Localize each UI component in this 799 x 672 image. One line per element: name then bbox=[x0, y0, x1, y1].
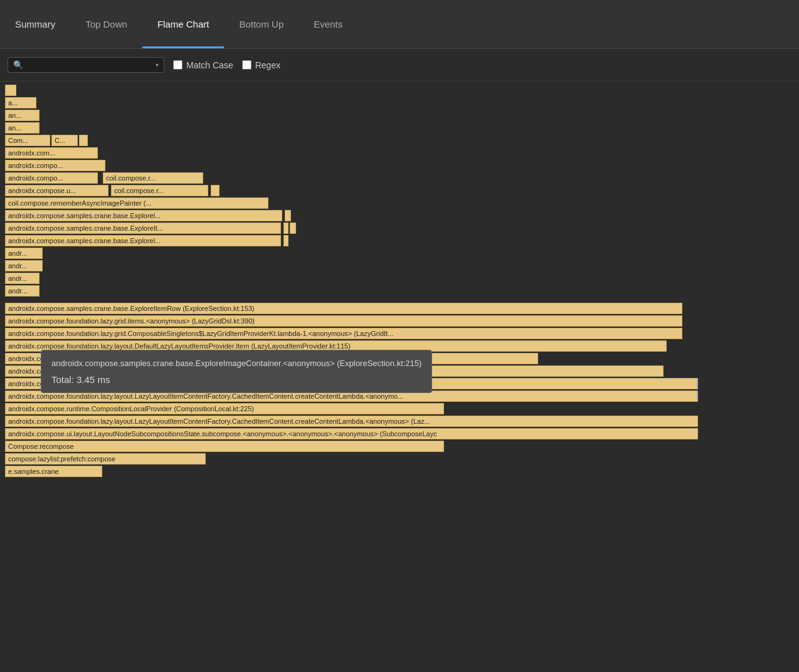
flame-row: androidx.compose.foundation.lazy.layout.… bbox=[5, 415, 799, 428]
flame-row: androidx.compo... coil.compose.r... bbox=[5, 172, 799, 184]
flame-bar[interactable]: androidx.compose.samples.crane.base.Expl… bbox=[5, 303, 682, 314]
flame-row: an... bbox=[5, 122, 799, 134]
flame-row: androidx.compose.foundation.lazy.grid.Co… bbox=[5, 327, 799, 340]
flame-bar[interactable]: androidx.compose.foundation.lazy.grid.Co… bbox=[5, 328, 682, 339]
flame-bar[interactable]: androidx.compose.foundation.lazy.layout.… bbox=[5, 391, 698, 402]
flame-bar[interactable]: androidx.compose.foundation.lazy.grid.it… bbox=[5, 315, 682, 327]
flame-row: androidx.compose.samples.crane.base.Expl… bbox=[5, 222, 799, 234]
flame-bar[interactable]: androidx.compose.runtime.CompositionLoca… bbox=[5, 403, 444, 414]
flame-bar[interactable]: e.samples.crane bbox=[5, 466, 102, 477]
flame-row: andr... bbox=[5, 260, 799, 272]
flame-row: andr... bbox=[5, 285, 799, 297]
flame-bar[interactable] bbox=[285, 210, 291, 221]
flame-bar[interactable]: androidx.compose.foundation.lazy.grid.re… bbox=[5, 378, 698, 389]
flame-row: androidx.compose.foundation.lazy.layout.… bbox=[5, 365, 799, 377]
flame-row: androidx.compose.foundation.lazy.grid.La… bbox=[5, 352, 799, 365]
regex-checkbox[interactable] bbox=[242, 60, 251, 70]
flame-bar[interactable]: androidx.compose.foundation.lazy.layout.… bbox=[5, 365, 664, 377]
flame-row: androidx.compo... bbox=[5, 159, 799, 172]
flame-row: compose:lazylist:prefetch:compose bbox=[5, 453, 799, 465]
match-case-label[interactable]: Match Case bbox=[173, 60, 233, 70]
flame-bar[interactable]: coil.compose.r... bbox=[103, 172, 203, 184]
flame-row: androidx.compose.samples.crane.base.Expl… bbox=[5, 302, 799, 315]
flame-bar[interactable]: androidx.compose.ui.layout.LayoutNodeSub… bbox=[5, 428, 698, 439]
flame-bar[interactable]: androidx.compo... bbox=[5, 172, 98, 184]
flame-bar[interactable]: androidx.compose.u... bbox=[5, 185, 108, 196]
flame-bar[interactable]: a... bbox=[5, 97, 36, 108]
flame-row: andr... bbox=[5, 272, 799, 285]
flame-bar[interactable]: an... bbox=[5, 110, 40, 121]
flame-chart-area[interactable]: a... an... an... Com... C... androidx.co… bbox=[0, 81, 799, 672]
flame-bar[interactable] bbox=[5, 85, 16, 96]
flame-row: andr... bbox=[5, 247, 799, 260]
tab-events[interactable]: Events bbox=[299, 0, 357, 48]
regex-label[interactable]: Regex bbox=[242, 60, 280, 70]
flame-row: androidx.compose.u... coil.compose.r... bbox=[5, 184, 799, 197]
flame-bar[interactable]: andr... bbox=[5, 260, 43, 271]
flame-row: an... bbox=[5, 109, 799, 122]
search-dropdown-icon: ▾ bbox=[156, 61, 159, 68]
flame-bar[interactable]: androidx.compose.samples.crane.base.Expl… bbox=[5, 210, 282, 221]
flame-bar[interactable]: compose:lazylist:prefetch:compose bbox=[5, 453, 206, 465]
flame-bar[interactable]: Com... bbox=[5, 135, 50, 146]
search-icon: 🔍 bbox=[13, 60, 23, 70]
tab-top-down[interactable]: Top Down bbox=[70, 0, 142, 48]
flame-bar[interactable]: Compose:recompose bbox=[5, 441, 444, 452]
flame-row: e.samples.crane bbox=[5, 465, 799, 478]
flame-bar[interactable]: andr... bbox=[5, 248, 43, 259]
match-case-checkbox[interactable] bbox=[173, 60, 183, 70]
tab-summary[interactable]: Summary bbox=[0, 0, 70, 48]
search-bar: 🔍 ▾ Match Case Regex bbox=[0, 49, 799, 81]
tab-bar: Summary Top Down Flame Chart Bottom Up E… bbox=[0, 0, 799, 49]
flame-row bbox=[5, 84, 799, 97]
flame-row: androidx.com... bbox=[5, 147, 799, 159]
flame-bar[interactable]: androidx.compo... bbox=[5, 160, 105, 171]
flame-bar[interactable]: C... bbox=[51, 135, 78, 146]
flame-bar[interactable]: androidx.compose.foundation.lazy.layout.… bbox=[5, 340, 667, 352]
flame-row: androidx.compose.foundation.lazy.grid.re… bbox=[5, 377, 799, 390]
flame-bar[interactable]: androidx.compose.foundation.lazy.layout.… bbox=[5, 416, 698, 427]
flame-bar[interactable] bbox=[79, 135, 88, 146]
flame-row: Compose:recompose bbox=[5, 440, 799, 453]
flame-row: coil.compose.rememberAsyncImagePainter (… bbox=[5, 197, 799, 209]
flame-container: a... an... an... Com... C... androidx.co… bbox=[0, 81, 799, 480]
flame-bar[interactable]: androidx.com... bbox=[5, 147, 98, 159]
flame-row: androidx.compose.samples.crane.base.Expl… bbox=[5, 209, 799, 222]
flame-bar[interactable]: andr... bbox=[5, 273, 40, 284]
flame-row: androidx.compose.samples.crane.base.Expl… bbox=[5, 234, 799, 247]
flame-row: androidx.compose.foundation.lazy.grid.it… bbox=[5, 315, 799, 327]
flame-bar[interactable]: androidx.compose.foundation.lazy.grid.La… bbox=[5, 353, 538, 364]
flame-bar[interactable] bbox=[283, 223, 288, 234]
flame-bar[interactable]: androidx.compose.samples.crane.base.Expl… bbox=[5, 223, 281, 234]
flame-row: Com... C... bbox=[5, 134, 799, 147]
flame-bar[interactable] bbox=[283, 235, 288, 246]
tab-bottom-up[interactable]: Bottom Up bbox=[224, 0, 299, 48]
flame-bar[interactable]: androidx.compose.samples.crane.base.Expl… bbox=[5, 235, 281, 246]
flame-row: androidx.compose.foundation.lazy.layout.… bbox=[5, 390, 799, 402]
flame-bar[interactable]: coil.compose.r... bbox=[111, 185, 208, 196]
flame-bar[interactable]: andr... bbox=[5, 285, 40, 297]
flame-bar[interactable]: an... bbox=[5, 122, 40, 134]
flame-row: androidx.compose.foundation.lazy.layout.… bbox=[5, 340, 799, 352]
flame-bar[interactable] bbox=[290, 223, 296, 234]
flame-row: androidx.compose.ui.layout.LayoutNodeSub… bbox=[5, 428, 799, 440]
search-input-wrapper[interactable]: 🔍 ▾ bbox=[8, 57, 164, 73]
search-input[interactable] bbox=[27, 60, 152, 70]
flame-bar[interactable] bbox=[211, 185, 220, 196]
flame-bar[interactable]: coil.compose.rememberAsyncImagePainter (… bbox=[5, 197, 268, 209]
flame-row: a... bbox=[5, 97, 799, 109]
flame-row: androidx.compose.runtime.CompositionLoca… bbox=[5, 402, 799, 415]
tab-flame-chart[interactable]: Flame Chart bbox=[142, 0, 225, 48]
